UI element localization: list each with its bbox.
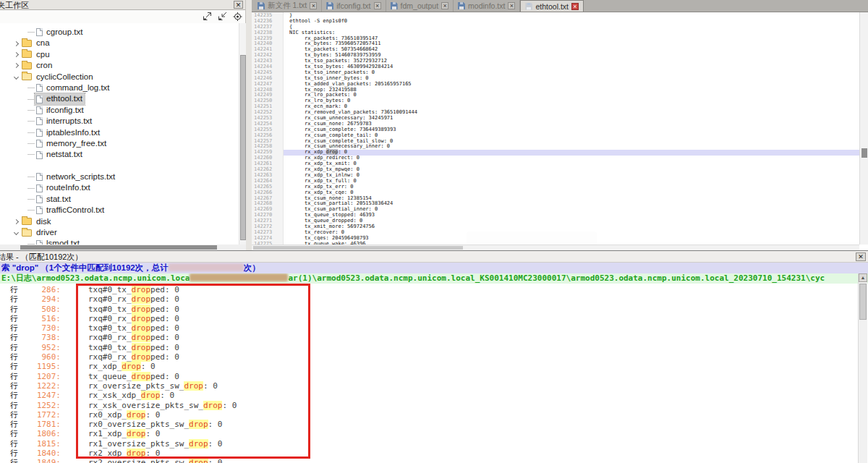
tree-item-label: lsmod.txt [46, 238, 80, 245]
editor-text-area[interactable]: 142235}142236ethtool -S enp1s0f0142237{1… [252, 13, 859, 245]
editor-tab[interactable]: ifconfig.txt× [322, 0, 386, 12]
chevron-right-icon[interactable] [13, 63, 18, 68]
tree-item[interactable]: driver [0, 227, 239, 238]
search-result-row[interactable]: 行1222:rx_oversize_pkts_sw_drop: 0 [0, 381, 857, 391]
editor-tab[interactable]: 新文件 1.txt× [253, 0, 322, 12]
tree-item[interactable]: iptablesInfo.txt [0, 127, 239, 138]
tab-close-icon[interactable]: × [374, 2, 381, 9]
workspace-close-button[interactable]: ✕ [234, 1, 243, 9]
tree-item[interactable]: ifconfig.txt [0, 105, 239, 116]
search-result-row[interactable]: 行1840:rx2_xdp_drop: 0 [0, 449, 857, 458]
tab-label: modinfo.txt [468, 1, 505, 10]
scrollbar-thumb[interactable] [240, 55, 246, 240]
tab-label: 新文件 1.txt [268, 1, 307, 11]
tree-item[interactable]: cgroup.txt [0, 27, 239, 38]
scrollbar-thumb[interactable] [253, 246, 463, 250]
tree-connector-line [27, 110, 35, 111]
tree-item-label: cgroup.txt [46, 27, 83, 38]
tree-item-selection: interrupts.txt [35, 116, 94, 127]
tree-item[interactable]: command_log.txt [0, 82, 239, 93]
editor-vertical-scrollbar[interactable] [859, 12, 868, 245]
editor-horizontal-scrollbar[interactable] [252, 245, 859, 250]
tree-horizontal-scrollbar[interactable] [0, 245, 246, 250]
tree-item[interactable]: ethtool.txt [0, 93, 239, 104]
search-result-row[interactable]: 行1247:rx_xsk_xdp_drop: 0 [0, 391, 857, 400]
search-result-row[interactable]: 行730:txq#0_tx_dropped: 0 [0, 323, 857, 333]
search-result-row[interactable]: 行1849:rx2_oversize_pkts_sw_drop: 0 [0, 458, 857, 463]
floppy-icon [391, 2, 398, 9]
tab-label: ethtool.txt [535, 2, 569, 11]
chevron-right-icon[interactable] [13, 41, 18, 46]
scrollbar-thumb[interactable] [859, 284, 867, 320]
row-label: 行 [10, 352, 22, 362]
chevron-right-icon[interactable] [13, 52, 18, 57]
results-vertical-scrollbar[interactable]: ▲ [858, 273, 867, 463]
search-result-row[interactable]: 行960:rxq#0_rx_dropped: 0 [0, 352, 857, 362]
search-result-row[interactable]: 行1781:rx0_oversize_pkts_sw_drop: 0 [0, 420, 857, 429]
editor-tab[interactable]: modinfo.txt× [454, 0, 520, 12]
tree-vertical-scrollbar[interactable] [239, 23, 246, 245]
tree-item[interactable]: disk [0, 216, 239, 227]
editor-tab[interactable]: ethtool.txt× [520, 0, 584, 12]
scrollbar-thumb[interactable] [20, 245, 217, 250]
search-result-row[interactable]: 行1772:rx0_xdp_drop: 0 [0, 410, 857, 420]
tab-close-icon[interactable]: × [441, 2, 448, 9]
tree-item[interactable]: cna [0, 38, 239, 48]
search-result-row[interactable]: 行1252:rx_xsk_oversize_pkts_sw_drop: 0 [0, 401, 857, 410]
scrollbar-thumb[interactable] [861, 148, 867, 158]
search-result-row[interactable]: 行516:rxq#0_rx_dropped: 0 [0, 314, 857, 323]
collapse-files-icon[interactable] [217, 12, 229, 22]
line-text: rx_xdp_redirect: 0 [284, 156, 859, 161]
tree-item[interactable]: stat.txt [0, 194, 239, 205]
tree-item-selection: iptablesInfo.txt [35, 127, 102, 138]
search-result-row[interactable]: 行1207:tx_queue_dropped: 0 [0, 372, 857, 381]
search-result-row[interactable]: 行1815:rx1_oversize_pkts_sw_drop: 0 [0, 439, 857, 449]
search-result-row[interactable]: 行1806:rx1_xdp_drop: 0 [0, 429, 857, 438]
search-result-row[interactable]: 行294:rxq#0_rx_dropped: 0 [0, 294, 857, 304]
search-result-row[interactable]: 行738:rxq#0_rx_dropped: 0 [0, 333, 857, 342]
search-result-row[interactable]: 行952:txq#0_tx_dropped: 0 [0, 343, 857, 352]
tree-item[interactable]: trafficControl.txt [0, 205, 239, 216]
panel-splitter[interactable] [246, 0, 252, 250]
search-match-highlight: drop [132, 285, 151, 294]
tab-close-icon[interactable]: × [508, 2, 515, 9]
search-match-highlight: drop [189, 458, 208, 463]
results-close-button[interactable]: ✕ [856, 252, 866, 261]
tree-connector-line [27, 177, 35, 177]
search-result-row[interactable]: 行508:txq#0_tx_dropped: 0 [0, 305, 857, 314]
tree-item[interactable]: network_scripts.txt [0, 171, 239, 182]
search-summary-text: 索 "drop" （1个文件中匹配到10192次，总计 [1, 263, 169, 272]
tree-item[interactable]: cyclicCollection [0, 72, 239, 82]
tree-item[interactable]: memory_free.txt [0, 138, 239, 149]
tab-close-icon[interactable]: × [310, 2, 317, 9]
line-text: rx_xdp_drop: 0 [284, 150, 859, 156]
row-label: 行 [10, 372, 22, 381]
tree-item[interactable]: routeInfo.txt [0, 182, 239, 193]
file-icon [36, 151, 43, 159]
tree-item[interactable]: cpu [0, 49, 239, 60]
chevron-right-icon[interactable] [13, 219, 18, 224]
chevron-down-icon[interactable] [13, 230, 18, 235]
row-label: 行 [10, 381, 22, 391]
search-result-row[interactable]: 行286:txq#0_tx_dropped: 0 [0, 285, 857, 294]
expand-files-icon[interactable] [202, 12, 213, 22]
tree-item[interactable]: netstat.txt [0, 149, 239, 160]
row-line-number: 960: [22, 352, 61, 362]
file-icon [36, 95, 43, 103]
chevron-down-icon[interactable] [13, 75, 18, 80]
locate-file-icon[interactable] [232, 12, 244, 22]
editor-tab[interactable]: fdm_output× [386, 0, 454, 12]
tree-item[interactable]: lsmod.txt [0, 238, 239, 245]
tree-item-selection: routeInfo.txt [35, 182, 93, 193]
tree-item[interactable]: interrupts.txt [0, 116, 239, 127]
row-label: 行 [10, 333, 22, 342]
line-text: tx_queue_stopped: 46393 [284, 213, 859, 218]
scroll-up-arrow-icon[interactable]: ▲ [859, 273, 867, 282]
tab-label: ifconfig.txt [336, 1, 370, 10]
tree-item-label: cron [36, 60, 52, 71]
search-result-row[interactable]: 行1195:rx_xdp_drop: 0 [0, 362, 857, 371]
tree-item[interactable]: cron [0, 60, 239, 71]
tab-close-icon[interactable]: × [571, 3, 579, 10]
search-file-path: E:\日志\armod0523.odata.ncmp.unicom.locaar… [0, 273, 868, 284]
tree-item-label: driver [36, 227, 57, 238]
